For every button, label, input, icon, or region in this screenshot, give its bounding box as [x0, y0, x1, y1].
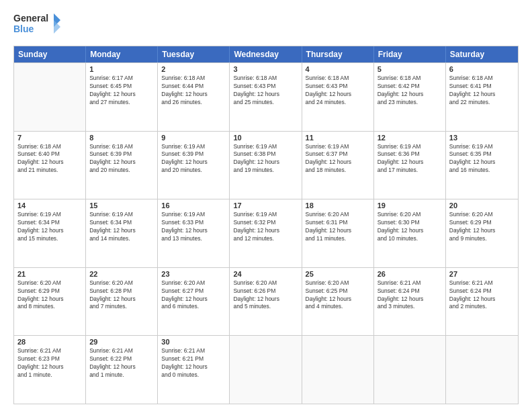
- calendar-header: SundayMondayTuesdayWednesdayThursdayFrid…: [14, 46, 518, 62]
- cal-cell: 2Sunrise: 6:18 AM Sunset: 6:44 PM Daylig…: [158, 63, 230, 131]
- cal-cell: 15Sunrise: 6:19 AM Sunset: 6:34 PM Dayli…: [86, 199, 158, 267]
- cal-cell: 6Sunrise: 6:18 AM Sunset: 6:41 PM Daylig…: [446, 63, 518, 131]
- cal-header-cell: Saturday: [446, 46, 518, 62]
- cal-cell: 4Sunrise: 6:18 AM Sunset: 6:43 PM Daylig…: [302, 63, 374, 131]
- day-number: 25: [306, 270, 370, 278]
- day-number: 11: [306, 134, 370, 142]
- logo: General Blue: [13, 11, 60, 39]
- day-number: 7: [17, 134, 82, 142]
- day-number: 22: [89, 270, 154, 278]
- day-number: 4: [306, 65, 370, 73]
- cal-cell: 7Sunrise: 6:18 AM Sunset: 6:40 PM Daylig…: [14, 132, 86, 199]
- day-info: Sunrise: 6:19 AM Sunset: 6:35 PM Dayligh…: [449, 143, 515, 175]
- day-number: 3: [233, 65, 298, 73]
- cal-header-cell: Thursday: [302, 46, 374, 62]
- cal-cell: 23Sunrise: 6:20 AM Sunset: 6:27 PM Dayli…: [158, 268, 230, 336]
- cal-header-cell: Tuesday: [158, 46, 230, 62]
- day-number: 17: [233, 201, 298, 210]
- day-number: 10: [233, 134, 298, 142]
- cal-cell: 16Sunrise: 6:19 AM Sunset: 6:33 PM Dayli…: [158, 199, 230, 267]
- cal-cell: 20Sunrise: 6:20 AM Sunset: 6:29 PM Dayli…: [446, 199, 518, 267]
- day-number: 13: [449, 134, 515, 142]
- day-info: Sunrise: 6:19 AM Sunset: 6:32 PM Dayligh…: [233, 211, 298, 243]
- day-info: Sunrise: 6:20 AM Sunset: 6:26 PM Dayligh…: [233, 279, 298, 312]
- day-number: 20: [449, 201, 515, 210]
- day-info: Sunrise: 6:18 AM Sunset: 6:39 PM Dayligh…: [89, 143, 154, 175]
- day-info: Sunrise: 6:18 AM Sunset: 6:43 PM Dayligh…: [233, 75, 298, 107]
- day-info: Sunrise: 6:21 AM Sunset: 6:23 PM Dayligh…: [17, 347, 82, 379]
- cal-cell: 26Sunrise: 6:21 AM Sunset: 6:24 PM Dayli…: [374, 268, 446, 336]
- cal-cell: [302, 336, 374, 404]
- cal-cell: 29Sunrise: 6:21 AM Sunset: 6:22 PM Dayli…: [86, 336, 158, 404]
- day-info: Sunrise: 6:18 AM Sunset: 6:42 PM Dayligh…: [378, 75, 442, 107]
- cal-cell: 5Sunrise: 6:18 AM Sunset: 6:42 PM Daylig…: [374, 63, 446, 131]
- day-info: Sunrise: 6:20 AM Sunset: 6:27 PM Dayligh…: [161, 279, 226, 312]
- day-number: 21: [17, 270, 82, 278]
- cal-row: 1Sunrise: 6:17 AM Sunset: 6:45 PM Daylig…: [14, 62, 518, 131]
- day-number: 1: [89, 65, 154, 73]
- cal-cell: 17Sunrise: 6:19 AM Sunset: 6:32 PM Dayli…: [230, 199, 302, 267]
- day-info: Sunrise: 6:19 AM Sunset: 6:34 PM Dayligh…: [17, 211, 82, 243]
- day-number: 26: [378, 270, 442, 278]
- day-info: Sunrise: 6:19 AM Sunset: 6:34 PM Dayligh…: [89, 211, 154, 243]
- day-info: Sunrise: 6:18 AM Sunset: 6:40 PM Dayligh…: [17, 143, 82, 175]
- cal-cell: 8Sunrise: 6:18 AM Sunset: 6:39 PM Daylig…: [86, 132, 158, 199]
- day-number: 5: [378, 65, 442, 73]
- cal-cell: [446, 336, 518, 404]
- day-info: Sunrise: 6:19 AM Sunset: 6:38 PM Dayligh…: [233, 143, 298, 175]
- cal-cell: 13Sunrise: 6:19 AM Sunset: 6:35 PM Dayli…: [446, 132, 518, 199]
- day-info: Sunrise: 6:18 AM Sunset: 6:41 PM Dayligh…: [449, 75, 515, 107]
- day-info: Sunrise: 6:18 AM Sunset: 6:43 PM Dayligh…: [306, 75, 370, 107]
- header: General Blue: [13, 11, 519, 39]
- day-number: 15: [89, 201, 154, 210]
- day-info: Sunrise: 6:21 AM Sunset: 6:24 PM Dayligh…: [378, 279, 442, 312]
- cal-cell: [374, 336, 446, 404]
- day-number: 23: [161, 270, 226, 278]
- day-info: Sunrise: 6:19 AM Sunset: 6:37 PM Dayligh…: [306, 143, 370, 175]
- cal-cell: 14Sunrise: 6:19 AM Sunset: 6:34 PM Dayli…: [14, 199, 86, 267]
- day-info: Sunrise: 6:20 AM Sunset: 6:30 PM Dayligh…: [378, 211, 442, 243]
- day-number: 9: [161, 134, 226, 142]
- day-number: 16: [161, 201, 226, 210]
- day-info: Sunrise: 6:21 AM Sunset: 6:21 PM Dayligh…: [161, 347, 226, 379]
- day-info: Sunrise: 6:21 AM Sunset: 6:24 PM Dayligh…: [449, 279, 515, 312]
- cal-row: 21Sunrise: 6:20 AM Sunset: 6:29 PM Dayli…: [14, 267, 518, 336]
- day-number: 24: [233, 270, 298, 278]
- day-number: 30: [161, 338, 226, 346]
- cal-cell: 11Sunrise: 6:19 AM Sunset: 6:37 PM Dayli…: [302, 132, 374, 199]
- cal-row: 7Sunrise: 6:18 AM Sunset: 6:40 PM Daylig…: [14, 131, 518, 199]
- cal-header-cell: Wednesday: [230, 46, 302, 62]
- cal-cell: 22Sunrise: 6:20 AM Sunset: 6:28 PM Dayli…: [86, 268, 158, 336]
- svg-text:General: General: [13, 13, 48, 24]
- cal-cell: 10Sunrise: 6:19 AM Sunset: 6:38 PM Dayli…: [230, 132, 302, 199]
- calendar-body: 1Sunrise: 6:17 AM Sunset: 6:45 PM Daylig…: [14, 62, 518, 404]
- day-number: 18: [306, 201, 370, 210]
- day-info: Sunrise: 6:19 AM Sunset: 6:33 PM Dayligh…: [161, 211, 226, 243]
- day-info: Sunrise: 6:20 AM Sunset: 6:29 PM Dayligh…: [449, 211, 515, 243]
- day-number: 27: [449, 270, 515, 278]
- day-info: Sunrise: 6:20 AM Sunset: 6:28 PM Dayligh…: [89, 279, 154, 312]
- cal-cell: 24Sunrise: 6:20 AM Sunset: 6:26 PM Dayli…: [230, 268, 302, 336]
- cal-cell: [14, 63, 86, 131]
- day-number: 28: [17, 338, 82, 346]
- calendar: SundayMondayTuesdayWednesdayThursdayFrid…: [13, 46, 519, 404]
- day-info: Sunrise: 6:21 AM Sunset: 6:22 PM Dayligh…: [89, 347, 154, 379]
- cal-header-cell: Monday: [86, 46, 158, 62]
- cal-header-cell: Friday: [374, 46, 446, 62]
- day-number: 19: [378, 201, 442, 210]
- svg-text:Blue: Blue: [13, 24, 34, 34]
- cal-cell: 27Sunrise: 6:21 AM Sunset: 6:24 PM Dayli…: [446, 268, 518, 336]
- cal-cell: 9Sunrise: 6:19 AM Sunset: 6:39 PM Daylig…: [158, 132, 230, 199]
- day-info: Sunrise: 6:20 AM Sunset: 6:31 PM Dayligh…: [306, 211, 370, 243]
- day-info: Sunrise: 6:17 AM Sunset: 6:45 PM Dayligh…: [89, 75, 154, 107]
- day-info: Sunrise: 6:18 AM Sunset: 6:44 PM Dayligh…: [161, 75, 226, 107]
- cal-cell: 18Sunrise: 6:20 AM Sunset: 6:31 PM Dayli…: [302, 199, 374, 267]
- day-info: Sunrise: 6:19 AM Sunset: 6:36 PM Dayligh…: [378, 143, 442, 175]
- day-info: Sunrise: 6:20 AM Sunset: 6:29 PM Dayligh…: [17, 279, 82, 312]
- day-number: 2: [161, 65, 226, 73]
- cal-cell: 19Sunrise: 6:20 AM Sunset: 6:30 PM Dayli…: [374, 199, 446, 267]
- cal-row: 28Sunrise: 6:21 AM Sunset: 6:23 PM Dayli…: [14, 335, 518, 404]
- cal-cell: 21Sunrise: 6:20 AM Sunset: 6:29 PM Dayli…: [14, 268, 86, 336]
- cal-cell: 1Sunrise: 6:17 AM Sunset: 6:45 PM Daylig…: [86, 63, 158, 131]
- day-number: 29: [89, 338, 154, 346]
